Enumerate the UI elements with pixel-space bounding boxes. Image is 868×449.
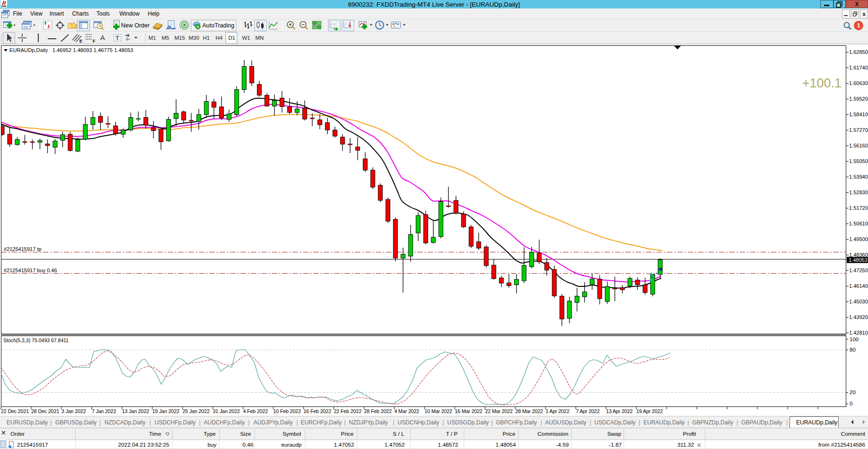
svg-text:31 Jan 2022: 31 Jan 2022 [213, 408, 240, 414]
svg-text:100: 100 [850, 337, 859, 342]
svg-text:1.47250: 1.47250 [849, 268, 868, 273]
svg-text:F: F [93, 39, 95, 43]
svg-text:1.49500: 1.49500 [849, 236, 868, 242]
svg-text:28 Feb 2022: 28 Feb 2022 [364, 408, 392, 414]
svg-text:16 Feb 2022: 16 Feb 2022 [304, 408, 331, 414]
svg-text:4 Mar 2022: 4 Mar 2022 [394, 408, 419, 414]
svg-text:#2125415917 tp: #2125415917 tp [4, 246, 42, 252]
svg-text:1.50610: 1.50610 [849, 221, 868, 226]
svg-text:1.46140: 1.46140 [849, 283, 868, 289]
svg-text:10 Mar 2022: 10 Mar 2022 [425, 408, 452, 414]
svg-text:E: E [79, 39, 82, 43]
svg-text:1.42810: 1.42810 [849, 330, 868, 336]
svg-text:+100.1: +100.1 [802, 76, 842, 90]
svg-text:22 Mar 2022: 22 Mar 2022 [485, 408, 513, 414]
svg-text:22 Dec 2021: 22 Dec 2021 [1, 408, 29, 414]
svg-text:1.52830: 1.52830 [849, 190, 868, 195]
svg-text:T: T [116, 35, 120, 42]
svg-text:4 Feb 2022: 4 Feb 2022 [243, 408, 268, 414]
svg-text:Stoch(5,3,3) 75.0493 67.8411: Stoch(5,3,3) 75.0493 67.8411 [3, 337, 69, 343]
svg-text:28 Dec 2021: 28 Dec 2021 [31, 408, 59, 414]
svg-text:20: 20 [850, 389, 856, 395]
svg-text:13 Jan 2022: 13 Jan 2022 [122, 408, 149, 414]
svg-text:10 Feb 2022: 10 Feb 2022 [273, 408, 301, 414]
svg-text:28 Mar 2022: 28 Mar 2022 [515, 408, 543, 414]
svg-text:1.43920: 1.43920 [849, 314, 868, 320]
svg-text:3 Jan 2022: 3 Jan 2022 [61, 408, 86, 414]
svg-text:1.57270: 1.57270 [849, 127, 868, 133]
svg-text:1.60630: 1.60630 [849, 80, 868, 86]
svg-text:22 Feb 2022: 22 Feb 2022 [334, 408, 362, 414]
svg-text:1.51720: 1.51720 [849, 205, 868, 211]
svg-text:EURAUDp,Daily 1.46952 1.4809: EURAUDp,Daily 1.46952 1.48093 1.46775 1.… [9, 47, 133, 53]
svg-text:1.62850: 1.62850 [849, 49, 868, 55]
svg-text:1.55050: 1.55050 [849, 158, 868, 164]
svg-text:13 Apr 2022: 13 Apr 2022 [606, 408, 633, 414]
svg-text:1.61740: 1.61740 [849, 65, 868, 70]
svg-text:19 Jan 2022: 19 Jan 2022 [152, 408, 179, 414]
svg-text:19 Apr 2022: 19 Apr 2022 [636, 408, 663, 414]
svg-text:7 Apr 2022: 7 Apr 2022 [576, 408, 599, 414]
svg-text:0: 0 [850, 401, 852, 406]
svg-text:25 Jan 2022: 25 Jan 2022 [182, 408, 209, 414]
svg-text:#2125415917 buy 0.46: #2125415917 buy 0.46 [4, 268, 57, 273]
svg-text:1.48053: 1.48053 [849, 257, 868, 263]
svg-text:16 Mar 2022: 16 Mar 2022 [455, 408, 483, 414]
svg-text:7 Jan 2022: 7 Jan 2022 [92, 408, 116, 414]
svg-text:80: 80 [850, 347, 856, 353]
svg-text:1.59520: 1.59520 [849, 96, 868, 102]
svg-text:1.56160: 1.56160 [849, 143, 868, 148]
svg-text:1.58410: 1.58410 [849, 112, 868, 117]
svg-text:1.45030: 1.45030 [849, 299, 868, 304]
svg-text:1.53940: 1.53940 [849, 174, 868, 180]
svg-text:1 Apr 2022: 1 Apr 2022 [546, 408, 569, 414]
